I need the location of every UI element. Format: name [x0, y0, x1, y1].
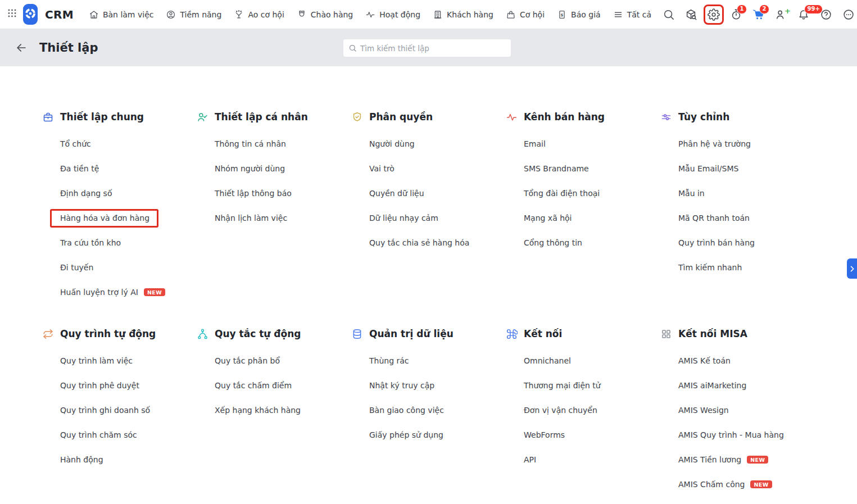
settings-item-nhat-ky-truy-cap[interactable]: Nhật ký truy cập [351, 373, 506, 398]
nav-item-co-hoi[interactable]: Cơ hội [500, 0, 551, 29]
reminders-button[interactable]: 1 [725, 3, 747, 26]
settings-item-thiet-lap-thong-bao[interactable]: Thiết lập thông báo [197, 181, 351, 206]
settings-item-omnichanel[interactable]: Omnichanel [506, 348, 660, 373]
settings-item-label: Định dạng số [60, 189, 112, 198]
settings-item-quyen-du-lieu[interactable]: Quyền dữ liệu [351, 181, 506, 206]
settings-item-ma-qr-thanh-toan[interactable]: Mã QR thanh toán [660, 206, 815, 230]
nav-item-label: Tất cả [627, 10, 651, 19]
more-button[interactable] [837, 3, 857, 26]
settings-item-on-vi-van-chuyen[interactable]: Đơn vị vận chuyển [506, 398, 660, 423]
settings-item-nhan-lich-lam-viec[interactable]: Nhận lịch làm việc [197, 206, 351, 230]
settings-item-thong-tin-ca-nhan[interactable]: Thông tin cá nhân [197, 131, 351, 156]
settings-item-xep-hang-khach-hang[interactable]: Xếp hạng khách hàng [197, 398, 351, 423]
settings-item-label: Hàng hóa và đơn hàng [50, 209, 158, 228]
settings-item-amis-ke-toan[interactable]: AMIS Kế toán [660, 348, 815, 373]
section-title: Quản trị dữ liệu [369, 328, 454, 339]
settings-item-vai-tro[interactable]: Vai trò [351, 156, 506, 181]
settings-item-nhom-nguoi-dung[interactable]: Nhóm người dùng [197, 156, 351, 181]
settings-item-quy-tac-chia-se-hang-hoa[interactable]: Quy tắc chia sẻ hàng hóa [351, 230, 506, 255]
nav-item-bao-gia[interactable]: $Báo giá [551, 0, 607, 29]
settings-item-hanh-ong[interactable]: Hành động [42, 447, 197, 472]
settings-item-label: Phân hệ và trường [678, 139, 751, 148]
nav-item-chao-hang[interactable]: Chào hàng [291, 0, 359, 29]
settings-item-email[interactable]: Email [506, 131, 660, 156]
nav-item-tat-ca[interactable]: Tất cả [607, 0, 658, 29]
settings-button[interactable] [702, 3, 725, 26]
cart-button[interactable]: 2 [747, 3, 770, 26]
add-user-button[interactable]: + [770, 3, 792, 26]
settings-item-tong-ai-ien-thoai[interactable]: Tổng đài điện thoại [506, 181, 660, 206]
settings-item-amis-cham-cong[interactable]: AMIS Chấm côngNEW [660, 472, 815, 497]
settings-item-label: Mẫu in [678, 189, 705, 198]
crm-logo[interactable] [23, 4, 38, 25]
settings-item-label: Mạng xã hội [524, 214, 572, 223]
nav-item-ban-lam-viec[interactable]: Bàn làm việc [83, 0, 160, 29]
settings-item-cong-thong-tin[interactable]: Cổng thông tin [506, 230, 660, 255]
settings-item-quy-trinh-lam-viec[interactable]: Quy trình làm việc [42, 348, 197, 373]
section-quy-trinh-tu-ong: Quy trình tự độngQuy trình làm việcQuy t… [42, 326, 197, 497]
settings-item-huan-luyen-tro-ly-ai[interactable]: Huấn luyện trợ lý AINEW [42, 280, 197, 305]
settings-item-a-tien-te[interactable]: Đa tiền tệ [42, 156, 197, 181]
settings-item-quy-trinh-ban-hang[interactable]: Quy trình bán hàng [660, 230, 815, 255]
settings-item-amis-tien-luong[interactable]: AMIS Tiền lươngNEW [660, 447, 815, 472]
settings-item-giay-phep-su-dung[interactable]: Giấy phép sử dụng [351, 423, 506, 447]
help-button[interactable] [815, 3, 837, 26]
settings-item-label: Quy tắc phân bổ [215, 356, 280, 365]
more-circle-icon [842, 8, 855, 21]
section-phan-quyen: Phân quyềnNgười dùngVai tròQuyền dữ liệu… [351, 109, 506, 326]
settings-item-sms-brandname[interactable]: SMS Brandname [506, 156, 660, 181]
notifications-button[interactable]: 99+ [792, 3, 815, 26]
crm-swirl-icon [23, 6, 38, 23]
settings-item-thung-rac[interactable]: Thùng rác [351, 348, 506, 373]
settings-item-quy-trinh-phe-duyet[interactable]: Quy trình phê duyệt [42, 373, 197, 398]
search-button[interactable] [658, 3, 680, 26]
section-header-ket-noi-misa: Kết nối MISA [660, 326, 815, 342]
settings-item-label: Omnichanel [524, 356, 571, 365]
section-title: Quy tắc tự động [215, 328, 301, 339]
settings-item-du-lieu-nhay-cam[interactable]: Dữ liệu nhạy cảm [351, 206, 506, 230]
settings-item-mau-in[interactable]: Mẫu in [660, 181, 815, 206]
expand-panel-tab[interactable] [847, 258, 857, 279]
section-tuy-chinh: Tùy chỉnhPhân hệ và trườngMẫu Email/SMSM… [660, 109, 815, 326]
new-badge: NEW [750, 480, 772, 489]
settings-item-quy-tac-cham-iem[interactable]: Quy tắc chấm điểm [197, 373, 351, 398]
settings-item-nguoi-dung[interactable]: Người dùng [351, 131, 506, 156]
product-lookup-button[interactable] [680, 3, 702, 26]
settings-item-quy-trinh-ghi-doanh-so[interactable]: Quy trình ghi doanh số [42, 398, 197, 423]
activity-icon [506, 111, 518, 123]
settings-item-mau-email-sms[interactable]: Mẫu Email/SMS [660, 156, 815, 181]
settings-item-api[interactable]: API [506, 447, 660, 472]
settings-item-label: Mã QR thanh toán [678, 214, 750, 223]
settings-item-amis-quy-trinh-mua-hang[interactable]: AMIS Quy trình - Mua hàng [660, 423, 815, 447]
settings-item-inh-dang-so[interactable]: Định dạng số [42, 181, 197, 206]
section-quy-tac-tu-ong: Quy tắc tự độngQuy tắc phân bổQuy tắc ch… [197, 326, 351, 497]
nav-item-khach-hang[interactable]: Khách hàng [427, 0, 500, 29]
app-launcher-button[interactable] [7, 5, 17, 24]
settings-item-tra-cuu-ton-kho[interactable]: Tra cứu tồn kho [42, 230, 197, 255]
settings-item-amis-aimarketing[interactable]: AMIS aiMarketing [660, 373, 815, 398]
settings-item-label: Đi tuyến [60, 263, 93, 272]
database-icon [351, 328, 363, 340]
settings-item-tim-kiem-nhanh[interactable]: Tìm kiếm nhanh [660, 255, 815, 280]
settings-item-amis-wesign[interactable]: AMIS Wesign [660, 398, 815, 423]
settings-item-i-tuyen[interactable]: Đi tuyến [42, 255, 197, 280]
settings-item-label: Quy trình phê duyệt [60, 381, 139, 390]
settings-item-mang-xa-hoi[interactable]: Mạng xã hội [506, 206, 660, 230]
settings-search-input[interactable] [360, 44, 506, 53]
repeat-icon [42, 328, 54, 340]
settings-item-ban-giao-cong-viec[interactable]: Bàn giao công việc [351, 398, 506, 423]
nav-item-hoat-ong[interactable]: Hoạt động [359, 0, 427, 29]
settings-item-hang-hoa-va-on-hang[interactable]: Hàng hóa và đơn hàng [42, 206, 197, 230]
settings-item-webforms[interactable]: WebForms [506, 423, 660, 447]
nav-item-ao-co-hoi[interactable]: Ao cơ hội [228, 0, 290, 29]
settings-item-label: AMIS Kế toán [678, 356, 731, 365]
settings-item-phan-he-va-truong[interactable]: Phân hệ và trường [660, 131, 815, 156]
settings-search-box[interactable] [343, 39, 511, 57]
settings-item-to-chuc[interactable]: Tổ chức [42, 131, 197, 156]
nav-item-tiem-nang[interactable]: Tiềm năng [160, 0, 228, 29]
settings-item-thuong-mai-ien-tu[interactable]: Thương mại điện tử [506, 373, 660, 398]
settings-item-quy-tac-phan-bo[interactable]: Quy tắc phân bổ [197, 348, 351, 373]
back-button[interactable] [13, 40, 29, 56]
nav-item-label: Tiềm năng [180, 10, 221, 19]
settings-item-quy-trinh-cham-soc[interactable]: Quy trình chăm sóc [42, 423, 197, 447]
